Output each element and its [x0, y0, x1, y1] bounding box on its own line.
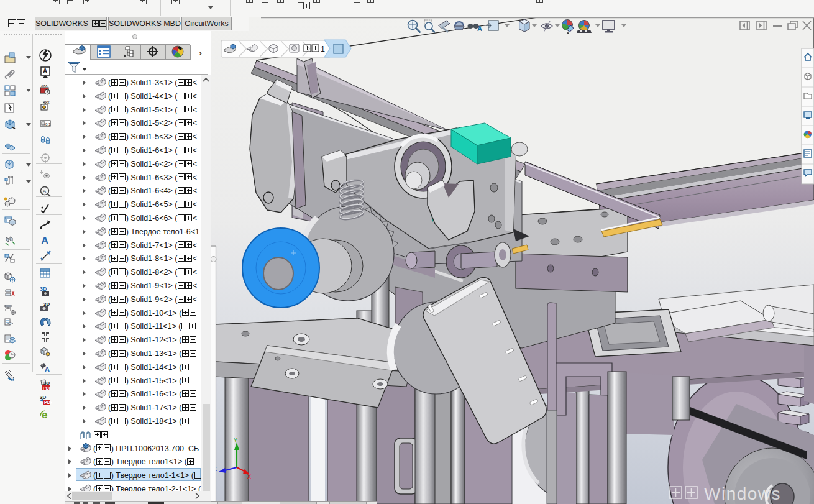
- svg-text:PDF: PDF: [43, 386, 52, 390]
- svg-text:Y: Y: [234, 438, 237, 444]
- svg-text:A: A: [41, 235, 48, 247]
- svg-text:X: X: [247, 474, 251, 480]
- svg-text:A: A: [477, 25, 482, 32]
- svg-text:1: 1: [321, 45, 325, 53]
- svg-text:0.1: 0.1: [45, 122, 51, 126]
- svg-text:3D: 3D: [43, 380, 50, 386]
- svg-text:A: A: [43, 68, 47, 75]
- svg-text:A: A: [43, 188, 47, 195]
- svg-text:PDF: PDF: [44, 400, 52, 405]
- svg-text:xxx: xxx: [41, 83, 48, 88]
- svg-text:Windows: Windows: [704, 484, 781, 503]
- svg-text:A: A: [45, 365, 50, 373]
